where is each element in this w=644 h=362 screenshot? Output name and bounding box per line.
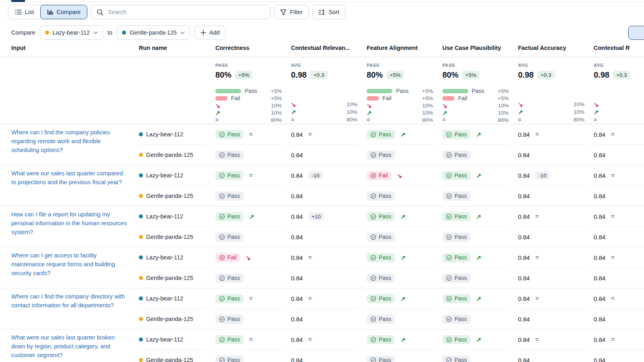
stat-entry: 0.84= xyxy=(594,131,614,138)
score-delta-badge: -10 xyxy=(535,171,550,179)
badge-label: Pass xyxy=(454,172,467,179)
stat-entry: Pass↗ xyxy=(215,212,254,221)
pass-badge: Pass xyxy=(215,274,244,283)
stat-entry: Pass↗ xyxy=(367,212,406,221)
legend-value: +5% xyxy=(422,88,433,94)
legend-row: ↗10% xyxy=(215,109,282,116)
summary-legend: ↘10%↗10%=80% xyxy=(518,86,584,125)
summary-value: 80% xyxy=(367,70,383,80)
badge-label: Pass xyxy=(227,152,240,158)
score-value: 0.84 xyxy=(291,152,303,158)
pass-badge: Pass xyxy=(367,212,395,221)
stat-cell-correctness: Pass=Pass xyxy=(215,288,291,329)
stat-cell-feature_alignment: Fail↘Pass xyxy=(367,165,442,206)
score-value: 0.84 xyxy=(291,275,303,282)
check-circle-icon xyxy=(219,173,225,179)
stat-cell-contextual_relevancy: 0.84+100.84 xyxy=(291,206,367,247)
compare-label: Compare xyxy=(11,29,35,36)
stat-subrow: 0.84+10 xyxy=(291,206,358,227)
badge-label: Pass xyxy=(454,336,467,343)
summary-value-row: 0.98+0.3 xyxy=(518,70,584,80)
input-question-link[interactable]: Where can I find the company directory w… xyxy=(0,288,139,329)
comparison-run-selector[interactable]: Gentle-panda-125 xyxy=(117,25,190,40)
input-question-link[interactable]: How can I file a report for updating my … xyxy=(0,206,139,247)
badge-label: Pass xyxy=(227,234,240,240)
scroll-columns-button[interactable] xyxy=(628,26,644,40)
filter-button[interactable]: Filter xyxy=(274,5,309,19)
pass-badge: Pass xyxy=(215,232,244,242)
legend-value: +5% xyxy=(498,88,509,94)
search-input[interactable] xyxy=(107,8,265,16)
stat-subrow: 0.84 xyxy=(291,268,367,288)
score-delta-badge: -10 xyxy=(308,171,323,179)
stat-subrow: 0.84= xyxy=(594,288,644,309)
stat-subrow: 0.84= xyxy=(518,124,585,145)
check-circle-icon xyxy=(446,152,452,158)
legend-label: Pass xyxy=(245,88,257,94)
input-question-link[interactable]: Where can I find the company policies re… xyxy=(0,124,139,165)
check-circle-icon xyxy=(219,193,225,199)
summary-value-row: 80%+5% xyxy=(367,70,433,80)
check-circle-icon xyxy=(370,275,376,281)
stat-subrow: 0.84 xyxy=(518,227,594,247)
stat-cell-contextual_relevancy: 0.84=0.84 xyxy=(291,247,367,288)
score-value: 0.84 xyxy=(518,213,530,220)
stat-subrow: Pass↗ xyxy=(442,165,509,186)
equal-icon: = xyxy=(215,117,219,123)
stat-subrow: 0.84 xyxy=(518,186,594,206)
compare-view-button[interactable]: Compare xyxy=(40,5,88,19)
stat-subrow: Pass xyxy=(215,350,291,362)
stat-entry: Pass= xyxy=(215,294,252,303)
legend-row: Pass+5% xyxy=(442,87,509,95)
stat-entry: 0.84= xyxy=(518,131,539,138)
stat-subrow: 0.84= xyxy=(518,247,585,268)
legend-row: ↗10% xyxy=(518,108,584,116)
summary-delta-badge: +0.3 xyxy=(537,71,555,79)
baseline-run-selector[interactable]: Lazy-bear-112 xyxy=(40,25,103,40)
stat-subrow: 0.84-10 xyxy=(291,165,358,186)
stat-entry: 0.84= xyxy=(594,336,614,343)
pass-badge: Pass xyxy=(367,232,395,242)
legend-label: Fail xyxy=(231,95,240,101)
summary-cell-contextual_recall: AVG0.98+0.3↘10%↗10%=80% xyxy=(594,57,644,125)
trend-up-icon: ↗ xyxy=(400,132,406,138)
badge-label: Pass xyxy=(227,172,240,179)
trend-up-icon: ↗ xyxy=(442,110,448,116)
equal-icon: = xyxy=(249,337,252,342)
stat-subrow: Pass= xyxy=(215,329,282,350)
add-run-button[interactable]: Add xyxy=(194,26,226,39)
run-name-subrow: Lazy-bear-112 xyxy=(139,247,206,268)
trend-down-icon: ↘ xyxy=(442,103,448,109)
stat-subrow: 0.84 xyxy=(594,186,644,206)
legend-value: +5% xyxy=(271,88,282,94)
list-view-button[interactable]: List xyxy=(8,5,41,19)
run-name-label: Lazy-bear-112 xyxy=(146,295,183,302)
input-question-link[interactable]: What were our sales last quarter broken … xyxy=(0,329,139,362)
fail-badge: Fail xyxy=(367,171,392,180)
equal-icon: = xyxy=(535,255,539,260)
stat-entry: Pass= xyxy=(215,171,252,180)
pass-badge: Pass xyxy=(367,335,395,344)
input-question-link[interactable]: What were our sales last quarter compare… xyxy=(0,165,139,206)
check-circle-icon xyxy=(370,337,376,343)
input-question-link[interactable]: Where can I get access to facility maint… xyxy=(0,247,139,288)
search-box[interactable] xyxy=(91,5,270,19)
stat-entry: 0.84+10 xyxy=(291,212,324,220)
pass-badge: Pass xyxy=(367,191,395,201)
stat-subrow: Pass xyxy=(215,186,291,206)
summary-delta-badge: +0.3 xyxy=(613,71,630,79)
score-value: 0.84 xyxy=(291,172,303,179)
equal-icon: = xyxy=(535,214,539,219)
stat-cell-factual_accuracy: 0.84-100.84 xyxy=(518,165,594,206)
stat-subrow: 0.84= xyxy=(291,247,358,268)
run-color-dot xyxy=(139,296,143,300)
trend-down-icon: ↘ xyxy=(367,103,372,109)
x-circle-icon xyxy=(370,173,376,179)
summary-legend: ↘10%↗10%=80% xyxy=(291,86,357,125)
stat-subrow: Pass↗ xyxy=(215,206,282,227)
summary-value-row: 80%+5% xyxy=(442,70,509,80)
legend-value: 10% xyxy=(271,110,282,116)
sort-button[interactable]: Sort xyxy=(312,5,345,19)
stat-entry: 0.84 xyxy=(518,234,530,241)
run-color-dot xyxy=(139,337,143,341)
